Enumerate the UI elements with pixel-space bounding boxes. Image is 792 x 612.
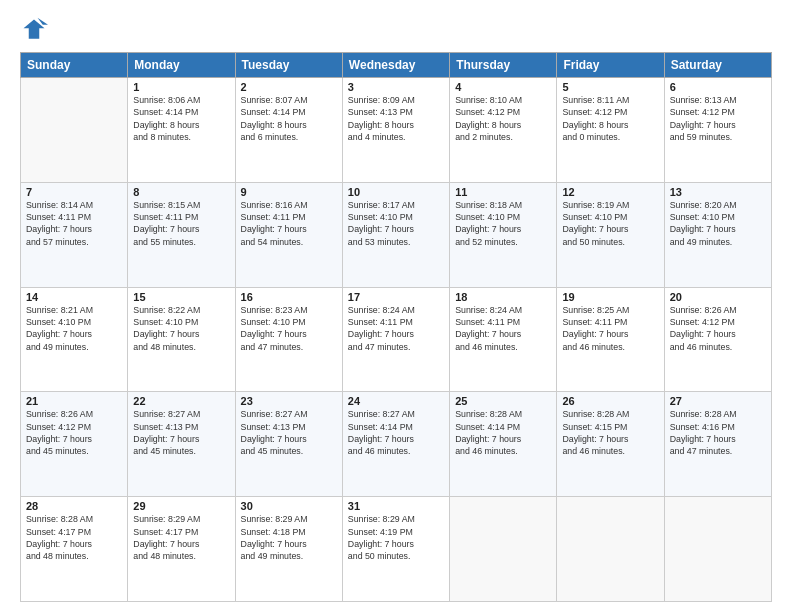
day-info: Sunrise: 8:26 AM Sunset: 4:12 PM Dayligh… — [26, 408, 122, 457]
day-info: Sunrise: 8:06 AM Sunset: 4:14 PM Dayligh… — [133, 94, 229, 143]
calendar-cell: 2Sunrise: 8:07 AM Sunset: 4:14 PM Daylig… — [235, 78, 342, 183]
calendar-cell: 26Sunrise: 8:28 AM Sunset: 4:15 PM Dayli… — [557, 392, 664, 497]
day-info: Sunrise: 8:24 AM Sunset: 4:11 PM Dayligh… — [348, 304, 444, 353]
day-info: Sunrise: 8:27 AM Sunset: 4:14 PM Dayligh… — [348, 408, 444, 457]
day-info: Sunrise: 8:28 AM Sunset: 4:16 PM Dayligh… — [670, 408, 766, 457]
calendar-cell: 13Sunrise: 8:20 AM Sunset: 4:10 PM Dayli… — [664, 182, 771, 287]
day-number: 18 — [455, 291, 551, 303]
day-info: Sunrise: 8:14 AM Sunset: 4:11 PM Dayligh… — [26, 199, 122, 248]
day-info: Sunrise: 8:28 AM Sunset: 4:14 PM Dayligh… — [455, 408, 551, 457]
day-number: 12 — [562, 186, 658, 198]
calendar-cell: 31Sunrise: 8:29 AM Sunset: 4:19 PM Dayli… — [342, 497, 449, 602]
calendar-cell: 16Sunrise: 8:23 AM Sunset: 4:10 PM Dayli… — [235, 287, 342, 392]
weekday-header: Thursday — [450, 53, 557, 78]
calendar-row: 14Sunrise: 8:21 AM Sunset: 4:10 PM Dayli… — [21, 287, 772, 392]
calendar-cell: 20Sunrise: 8:26 AM Sunset: 4:12 PM Dayli… — [664, 287, 771, 392]
weekday-header: Saturday — [664, 53, 771, 78]
logo — [20, 16, 52, 44]
day-info: Sunrise: 8:27 AM Sunset: 4:13 PM Dayligh… — [133, 408, 229, 457]
day-info: Sunrise: 8:24 AM Sunset: 4:11 PM Dayligh… — [455, 304, 551, 353]
day-number: 26 — [562, 395, 658, 407]
calendar-cell: 18Sunrise: 8:24 AM Sunset: 4:11 PM Dayli… — [450, 287, 557, 392]
day-number: 2 — [241, 81, 337, 93]
day-number: 21 — [26, 395, 122, 407]
day-info: Sunrise: 8:11 AM Sunset: 4:12 PM Dayligh… — [562, 94, 658, 143]
calendar-row: 7Sunrise: 8:14 AM Sunset: 4:11 PM Daylig… — [21, 182, 772, 287]
day-number: 5 — [562, 81, 658, 93]
day-info: Sunrise: 8:25 AM Sunset: 4:11 PM Dayligh… — [562, 304, 658, 353]
day-info: Sunrise: 8:29 AM Sunset: 4:19 PM Dayligh… — [348, 513, 444, 562]
day-number: 23 — [241, 395, 337, 407]
day-number: 1 — [133, 81, 229, 93]
day-number: 31 — [348, 500, 444, 512]
day-number: 13 — [670, 186, 766, 198]
day-number: 19 — [562, 291, 658, 303]
day-number: 29 — [133, 500, 229, 512]
day-info: Sunrise: 8:09 AM Sunset: 4:13 PM Dayligh… — [348, 94, 444, 143]
calendar-cell: 4Sunrise: 8:10 AM Sunset: 4:12 PM Daylig… — [450, 78, 557, 183]
svg-marker-1 — [38, 18, 49, 25]
day-info: Sunrise: 8:28 AM Sunset: 4:15 PM Dayligh… — [562, 408, 658, 457]
day-info: Sunrise: 8:21 AM Sunset: 4:10 PM Dayligh… — [26, 304, 122, 353]
calendar-cell: 5Sunrise: 8:11 AM Sunset: 4:12 PM Daylig… — [557, 78, 664, 183]
day-info: Sunrise: 8:27 AM Sunset: 4:13 PM Dayligh… — [241, 408, 337, 457]
day-info: Sunrise: 8:29 AM Sunset: 4:17 PM Dayligh… — [133, 513, 229, 562]
day-number: 7 — [26, 186, 122, 198]
day-number: 20 — [670, 291, 766, 303]
day-number: 11 — [455, 186, 551, 198]
day-info: Sunrise: 8:19 AM Sunset: 4:10 PM Dayligh… — [562, 199, 658, 248]
calendar-cell: 30Sunrise: 8:29 AM Sunset: 4:18 PM Dayli… — [235, 497, 342, 602]
calendar-cell: 14Sunrise: 8:21 AM Sunset: 4:10 PM Dayli… — [21, 287, 128, 392]
logo-icon — [20, 16, 48, 44]
day-info: Sunrise: 8:18 AM Sunset: 4:10 PM Dayligh… — [455, 199, 551, 248]
day-info: Sunrise: 8:15 AM Sunset: 4:11 PM Dayligh… — [133, 199, 229, 248]
calendar-cell: 27Sunrise: 8:28 AM Sunset: 4:16 PM Dayli… — [664, 392, 771, 497]
weekday-header: Friday — [557, 53, 664, 78]
calendar-row: 28Sunrise: 8:28 AM Sunset: 4:17 PM Dayli… — [21, 497, 772, 602]
calendar-cell — [450, 497, 557, 602]
calendar-cell: 1Sunrise: 8:06 AM Sunset: 4:14 PM Daylig… — [128, 78, 235, 183]
calendar-cell: 21Sunrise: 8:26 AM Sunset: 4:12 PM Dayli… — [21, 392, 128, 497]
day-info: Sunrise: 8:26 AM Sunset: 4:12 PM Dayligh… — [670, 304, 766, 353]
page: SundayMondayTuesdayWednesdayThursdayFrid… — [0, 0, 792, 612]
day-info: Sunrise: 8:17 AM Sunset: 4:10 PM Dayligh… — [348, 199, 444, 248]
weekday-header: Monday — [128, 53, 235, 78]
day-number: 6 — [670, 81, 766, 93]
day-info: Sunrise: 8:16 AM Sunset: 4:11 PM Dayligh… — [241, 199, 337, 248]
header — [20, 16, 772, 44]
weekday-header: Tuesday — [235, 53, 342, 78]
calendar-cell — [21, 78, 128, 183]
day-number: 4 — [455, 81, 551, 93]
calendar-row: 1Sunrise: 8:06 AM Sunset: 4:14 PM Daylig… — [21, 78, 772, 183]
day-number: 10 — [348, 186, 444, 198]
day-number: 3 — [348, 81, 444, 93]
calendar-cell: 11Sunrise: 8:18 AM Sunset: 4:10 PM Dayli… — [450, 182, 557, 287]
day-number: 30 — [241, 500, 337, 512]
calendar: SundayMondayTuesdayWednesdayThursdayFrid… — [20, 52, 772, 602]
calendar-cell: 25Sunrise: 8:28 AM Sunset: 4:14 PM Dayli… — [450, 392, 557, 497]
calendar-cell — [664, 497, 771, 602]
weekday-header: Sunday — [21, 53, 128, 78]
calendar-cell: 17Sunrise: 8:24 AM Sunset: 4:11 PM Dayli… — [342, 287, 449, 392]
calendar-cell: 7Sunrise: 8:14 AM Sunset: 4:11 PM Daylig… — [21, 182, 128, 287]
calendar-cell: 9Sunrise: 8:16 AM Sunset: 4:11 PM Daylig… — [235, 182, 342, 287]
calendar-cell: 10Sunrise: 8:17 AM Sunset: 4:10 PM Dayli… — [342, 182, 449, 287]
day-number: 17 — [348, 291, 444, 303]
calendar-cell: 3Sunrise: 8:09 AM Sunset: 4:13 PM Daylig… — [342, 78, 449, 183]
day-number: 28 — [26, 500, 122, 512]
calendar-cell: 23Sunrise: 8:27 AM Sunset: 4:13 PM Dayli… — [235, 392, 342, 497]
day-number: 27 — [670, 395, 766, 407]
day-number: 9 — [241, 186, 337, 198]
day-number: 25 — [455, 395, 551, 407]
calendar-cell: 29Sunrise: 8:29 AM Sunset: 4:17 PM Dayli… — [128, 497, 235, 602]
day-number: 24 — [348, 395, 444, 407]
day-number: 14 — [26, 291, 122, 303]
day-number: 22 — [133, 395, 229, 407]
day-number: 15 — [133, 291, 229, 303]
calendar-cell: 19Sunrise: 8:25 AM Sunset: 4:11 PM Dayli… — [557, 287, 664, 392]
day-info: Sunrise: 8:23 AM Sunset: 4:10 PM Dayligh… — [241, 304, 337, 353]
calendar-cell: 15Sunrise: 8:22 AM Sunset: 4:10 PM Dayli… — [128, 287, 235, 392]
day-number: 8 — [133, 186, 229, 198]
calendar-cell: 12Sunrise: 8:19 AM Sunset: 4:10 PM Dayli… — [557, 182, 664, 287]
calendar-header-row: SundayMondayTuesdayWednesdayThursdayFrid… — [21, 53, 772, 78]
